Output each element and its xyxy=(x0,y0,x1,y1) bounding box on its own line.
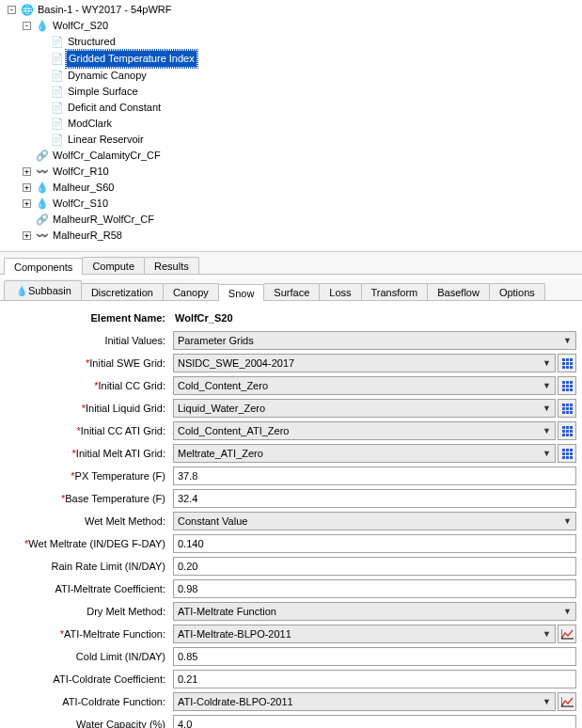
chevron-down-icon: ▼ xyxy=(543,404,551,413)
editor-tab-strip: 💧Subbasin Discretization Canopy Snow Sur… xyxy=(0,278,582,301)
tab-baseflow[interactable]: Baseflow xyxy=(427,283,490,300)
initial-cc-ati-grid-select[interactable]: Cold_Content_ATI_Zero▼ xyxy=(173,421,556,440)
tree-node-malheurr-wolfcr-cf[interactable]: MalheurR_WolfCr_CF xyxy=(51,212,156,228)
chevron-down-icon: ▼ xyxy=(543,629,551,639)
ati-coldrate-coeff-label: ATI-Coldrate Coefficient: xyxy=(0,673,169,685)
tree-node-structured[interactable]: Structured xyxy=(66,34,118,50)
tree-node-wolfcr-s10[interactable]: WolfCr_S10 xyxy=(51,196,110,212)
tab-surface[interactable]: Surface xyxy=(263,283,320,300)
rain-rate-limit-input[interactable] xyxy=(173,557,576,576)
expander-wolfcr-r10[interactable]: + xyxy=(23,167,31,176)
tree-node-dynamic-canopy[interactable]: Dynamic Canopy xyxy=(66,68,149,84)
grid-icon xyxy=(562,381,573,391)
chevron-down-icon: ▼ xyxy=(543,449,551,458)
element-name-label: Element Name: xyxy=(0,312,169,324)
element-name-value: WolfCr_S20 xyxy=(173,312,233,324)
initial-swe-grid-select[interactable]: NSIDC_SWE_2004-2017▼ xyxy=(173,354,556,372)
expander-wolfcr-s10[interactable]: + xyxy=(23,199,31,208)
initial-liquid-grid-select[interactable]: Liquid_Water_Zero▼ xyxy=(173,399,556,418)
chart-icon xyxy=(561,697,574,707)
tree-node-wolfcr-s20[interactable]: WolfCr_S20 xyxy=(51,18,110,34)
grid-button[interactable] xyxy=(558,421,576,440)
expander-basin[interactable]: - xyxy=(8,6,16,14)
subbasin-icon: 💧 xyxy=(35,19,49,33)
grid-icon xyxy=(562,449,573,459)
ati-coldrate-func-select[interactable]: ATI-Coldrate-BLPO-2011▼ xyxy=(173,692,556,711)
tree-node-wolfcr-r10[interactable]: WolfCr_R10 xyxy=(51,164,111,180)
chart-button[interactable] xyxy=(558,692,576,711)
wet-melt-method-label: Wet Melt Method: xyxy=(0,515,169,527)
base-temp-label: *Base Temperature (F) xyxy=(0,493,169,504)
tab-options[interactable]: Options xyxy=(489,283,545,300)
initial-liquid-grid-label: *Initial Liquid Grid: xyxy=(0,403,169,414)
grid-button[interactable] xyxy=(558,354,576,372)
initial-swe-grid-label: *Initial SWE Grid: xyxy=(0,357,169,369)
tab-discretization[interactable]: Discretization xyxy=(81,283,164,300)
tab-loss[interactable]: Loss xyxy=(319,283,361,300)
chart-icon xyxy=(561,629,574,640)
ati-coldrate-func-label: ATI-Coldrate Function: xyxy=(0,696,169,707)
chevron-down-icon: ▼ xyxy=(563,607,572,616)
tab-canopy[interactable]: Canopy xyxy=(163,283,219,300)
chevron-down-icon: ▼ xyxy=(543,426,551,435)
chevron-down-icon: ▼ xyxy=(543,381,551,390)
expander-wolfcr-s20[interactable]: - xyxy=(23,22,31,30)
reach-icon: 〰️ xyxy=(35,229,49,243)
initial-values-select[interactable]: Parameter Grids▼ xyxy=(173,331,576,350)
expander-malheurr-r58[interactable]: + xyxy=(23,231,31,240)
initial-cc-ati-grid-label: *Initial CC ATI Grid: xyxy=(0,425,169,436)
px-temp-input[interactable] xyxy=(173,467,576,485)
tab-results[interactable]: Results xyxy=(144,257,199,274)
tree-node-gridded-temperature-index[interactable]: Gridded Temperature Index xyxy=(66,50,197,68)
cold-limit-label: Cold Limit (IN/DAY) xyxy=(0,651,169,662)
initial-melt-ati-grid-select[interactable]: Meltrate_ATI_Zero▼ xyxy=(173,444,556,463)
tab-compute[interactable]: Compute xyxy=(82,257,145,274)
method-icon: 📄 xyxy=(50,52,64,66)
ati-meltrate-func-select[interactable]: ATI-Meltrate-BLPO-2011▼ xyxy=(173,625,556,643)
tree-node-malheur-s60[interactable]: Malheur_S60 xyxy=(51,180,116,196)
initial-values-label: Initial Values: xyxy=(0,335,169,346)
grid-button[interactable] xyxy=(558,444,576,463)
rain-rate-limit-label: Rain Rate Limit (IN/DAY) xyxy=(0,561,169,572)
water-capacity-input[interactable] xyxy=(173,715,576,728)
basin-icon: 🌐 xyxy=(20,3,34,17)
px-temp-label: *PX Temperature (F) xyxy=(0,470,169,482)
chevron-down-icon: ▼ xyxy=(563,516,572,526)
method-icon: 📄 xyxy=(50,101,64,115)
grid-button[interactable] xyxy=(558,376,576,395)
tree-node-calamity-cf[interactable]: WolfCr_CalamityCr_CF xyxy=(51,148,163,164)
chart-button[interactable] xyxy=(558,625,576,643)
tree-node-deficit-constant[interactable]: Deficit and Constant xyxy=(66,100,163,116)
ati-meltrate-coeff-input[interactable] xyxy=(173,579,576,598)
dry-melt-method-select[interactable]: ATI-Meltrate Function▼ xyxy=(173,602,576,621)
grid-icon xyxy=(562,426,573,436)
junction-icon: 🔗 xyxy=(35,149,49,163)
wet-meltrate-label: *Wet Meltrate (IN/DEG F-DAY) xyxy=(0,538,169,549)
chevron-down-icon: ▼ xyxy=(563,336,572,345)
tree-node-malheurr-r58[interactable]: MalheurR_R58 xyxy=(51,228,124,244)
wet-meltrate-input[interactable] xyxy=(173,534,576,553)
tab-subbasin[interactable]: 💧Subbasin xyxy=(4,280,82,300)
subbasin-icon: 💧 xyxy=(35,197,49,211)
tree-node-modclark[interactable]: ModClark xyxy=(66,116,114,132)
tree-node-simple-surface[interactable]: Simple Surface xyxy=(66,84,140,100)
tab-snow[interactable]: Snow xyxy=(218,284,265,301)
ati-coldrate-coeff-input[interactable] xyxy=(173,670,576,688)
chevron-down-icon: ▼ xyxy=(543,358,551,368)
ati-meltrate-func-label: *ATI-Meltrate Function: xyxy=(0,628,169,640)
initial-cc-grid-select[interactable]: Cold_Content_Zero▼ xyxy=(173,376,556,395)
tab-transform[interactable]: Transform xyxy=(361,283,429,300)
grid-icon xyxy=(562,404,573,414)
snow-properties-form: Element Name: WolfCr_S20 Initial Values:… xyxy=(0,301,582,728)
cold-limit-input[interactable] xyxy=(173,647,576,666)
tab-components[interactable]: Components xyxy=(4,258,83,275)
grid-button[interactable] xyxy=(558,399,576,418)
tree-node-basin[interactable]: Basin-1 - WY2017 - 54pWRF xyxy=(36,2,173,18)
expander-malheur-s60[interactable]: + xyxy=(23,183,31,192)
main-tab-strip: Components Compute Results xyxy=(0,252,582,275)
subbasin-icon: 💧 xyxy=(35,181,49,195)
reach-icon: 〰️ xyxy=(35,165,49,179)
tree-node-linear-reservoir[interactable]: Linear Reservoir xyxy=(66,132,146,148)
wet-melt-method-select[interactable]: Constant Value▼ xyxy=(173,512,576,530)
base-temp-input[interactable] xyxy=(173,489,576,508)
